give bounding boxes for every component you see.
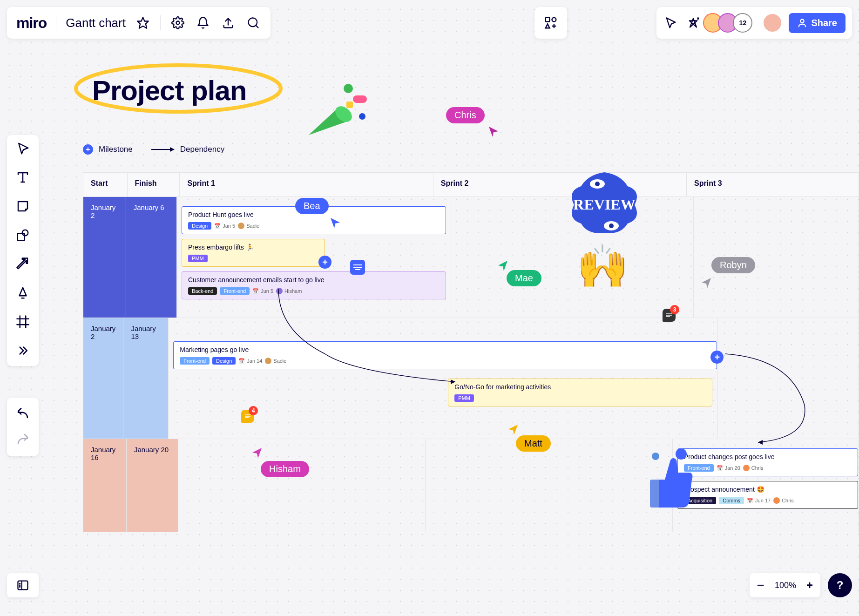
divider [160, 15, 161, 30]
task-card[interactable]: Product changes post goes live Front-end… [677, 448, 858, 476]
search-icon[interactable] [245, 15, 261, 31]
tag: Front-end [180, 357, 210, 365]
sprint-cell[interactable] [718, 318, 859, 439]
review-sticker[interactable]: REVIEW [565, 168, 644, 239]
card-date: 📅 Jan 14 [238, 358, 262, 364]
thumbs-up-sticker[interactable] [637, 447, 697, 509]
sprint-cell[interactable] [178, 439, 426, 532]
svg-point-37 [652, 453, 659, 460]
bell-icon[interactable] [195, 15, 211, 31]
more-tools[interactable] [16, 344, 30, 359]
svg-rect-26 [353, 95, 367, 103]
svg-marker-41 [331, 218, 340, 228]
add-milestone-button[interactable]: + [318, 256, 331, 269]
collaborator-avatars[interactable]: 12 [708, 13, 752, 33]
canvas[interactable]: Project plan +Milestone Dependency Start… [60, 56, 859, 569]
svg-text:REVIEW: REVIEW [573, 196, 635, 213]
cursor-pointer-icon [488, 126, 500, 138]
share-button[interactable]: Share [789, 13, 845, 33]
divider [56, 15, 56, 30]
cursor-chris: Chris [446, 107, 485, 123]
card-user: Sadie [265, 358, 286, 364]
svg-rect-39 [650, 480, 659, 508]
card-user: Chris [743, 465, 764, 471]
undo-button[interactable] [16, 406, 30, 422]
svg-marker-8 [690, 19, 697, 27]
svg-point-1 [176, 21, 179, 25]
task-card[interactable]: Prospect announcement 🤩 AcquisitionComms… [677, 481, 858, 509]
card-date: 📅 Jun 5 [252, 288, 273, 294]
svg-line-4 [256, 25, 258, 27]
sprint-cell[interactable]: Product Hunt goes live Design📅 Jan 5 Sad… [177, 197, 451, 318]
sprint-cell[interactable] [426, 439, 673, 532]
cursor-pointer-icon [507, 424, 519, 436]
header-finish: Finish [128, 173, 180, 197]
card-title: Product changes post goes live [684, 453, 852, 460]
star-icon[interactable] [135, 15, 151, 31]
apps-button[interactable] [534, 7, 567, 39]
select-tool[interactable] [16, 142, 30, 157]
arrow-tool[interactable] [16, 257, 30, 273]
card-user: Hisham [276, 288, 302, 294]
help-button[interactable]: ? [828, 573, 852, 597]
redo-button[interactable] [16, 432, 30, 448]
row-finish: January 20 [127, 439, 178, 532]
zoom-level[interactable]: 100% [775, 581, 796, 590]
sprint-cell[interactable]: Product changes post goes live Front-end… [673, 439, 859, 532]
current-user-avatar[interactable] [763, 13, 782, 33]
gantt-row[interactable]: January 16 January 20 Product changes po… [83, 439, 859, 532]
shape-tool[interactable] [16, 228, 30, 244]
row-finish: January 6 [126, 197, 177, 318]
tag: Back-end [188, 287, 217, 295]
row-start: January 2 [83, 197, 126, 318]
svg-marker-42 [498, 261, 507, 271]
svg-point-38 [676, 448, 687, 460]
gantt-row[interactable]: January 2 January 13 Marketing pages go … [83, 318, 859, 439]
zoom-in-button[interactable]: + [806, 579, 813, 592]
svg-marker-40 [489, 127, 498, 137]
svg-marker-7 [546, 24, 550, 28]
app-logo[interactable]: miro [16, 14, 47, 32]
svg-marker-29 [170, 147, 175, 152]
card-date: 📅 Jan 5 [214, 223, 235, 229]
row-start: January 16 [83, 439, 127, 532]
card-date: 📅 Jan 20 [717, 465, 740, 471]
text-tool[interactable] [16, 170, 30, 186]
comment-badge[interactable]: 4 [241, 410, 254, 423]
zoom-out-button[interactable]: − [757, 578, 764, 593]
board-name[interactable]: Gantt chart [66, 16, 126, 30]
gantt-chart[interactable]: Start Finish Sprint 1 Sprint 2 Sprint 3 … [83, 172, 859, 532]
frames-panel-toggle[interactable] [7, 573, 39, 597]
task-card[interactable]: Marketing pages go live Front-endDesign📅… [173, 341, 717, 369]
comment-count: 4 [249, 406, 258, 415]
comment-icon[interactable] [350, 260, 365, 275]
avatar-overflow-count[interactable]: 12 [733, 13, 752, 33]
board-title-frame[interactable]: Project plan [78, 56, 246, 107]
task-card[interactable]: Press embargo lifts 🏃 PMM + [182, 239, 325, 267]
row-finish: January 13 [123, 318, 169, 439]
card-user: Chris [773, 497, 794, 504]
board-title[interactable]: Project plan [92, 74, 246, 107]
reactions-icon[interactable] [685, 15, 701, 31]
raised-hands-emoji[interactable]: 🙌 [576, 242, 629, 291]
zoom-controls: − 100% + ? [750, 573, 852, 597]
party-horn-sticker[interactable] [302, 74, 372, 142]
cursor-matt: Matt [516, 435, 551, 452]
sticky-note-tool[interactable] [16, 199, 30, 215]
frame-tool[interactable] [16, 315, 30, 331]
task-card[interactable]: Customer announcement emails start to go… [182, 271, 446, 299]
tag: Design [212, 357, 236, 365]
settings-icon[interactable] [170, 15, 186, 31]
svg-point-55 [20, 585, 20, 585]
cursor-pointer-icon [330, 217, 342, 229]
card-title: Go/No-Go for marketing activities [454, 383, 706, 391]
legend: +Milestone Dependency [83, 144, 224, 155]
export-icon[interactable] [220, 15, 236, 31]
card-title: Press embargo lifts 🏃 [188, 244, 318, 251]
svg-marker-45 [252, 448, 262, 458]
task-card[interactable]: Go/No-Go for marketing activities PMM [448, 379, 712, 406]
comment-badge[interactable]: 3 [663, 309, 676, 322]
tag: PMM [188, 255, 208, 262]
cursor-icon[interactable] [663, 15, 679, 31]
pen-tool[interactable] [16, 286, 30, 302]
